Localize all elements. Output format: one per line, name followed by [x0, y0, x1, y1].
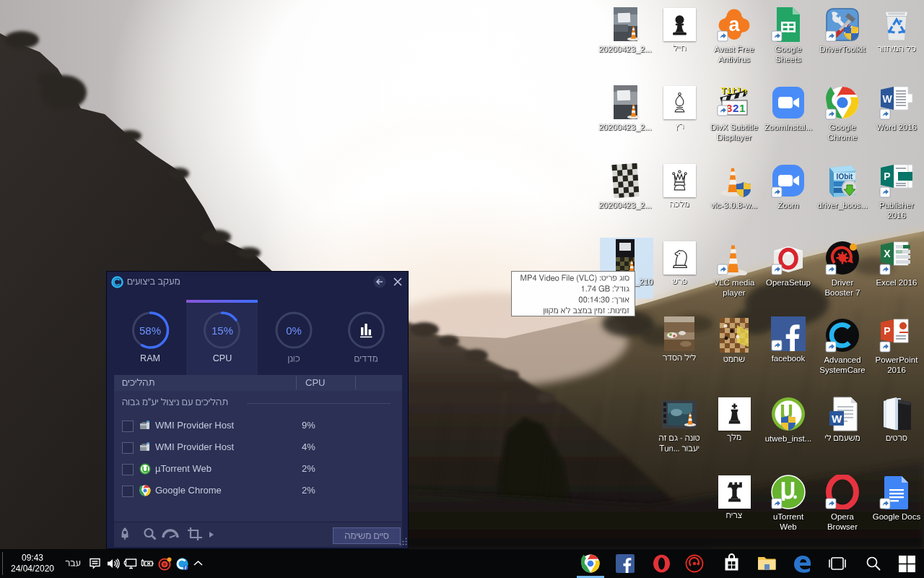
- svg-text:IObit: IObit: [837, 173, 853, 181]
- svg-text:2: 2: [733, 102, 738, 114]
- svg-text:1: 1: [739, 102, 745, 114]
- svg-text:W: W: [882, 93, 892, 105]
- svg-text:a: a: [728, 14, 740, 35]
- svg-text:P: P: [884, 325, 890, 337]
- svg-text:X: X: [884, 248, 891, 259]
- svg-text:P: P: [884, 171, 890, 182]
- svg-text:i: i: [185, 565, 186, 570]
- svg-text:W: W: [832, 413, 842, 425]
